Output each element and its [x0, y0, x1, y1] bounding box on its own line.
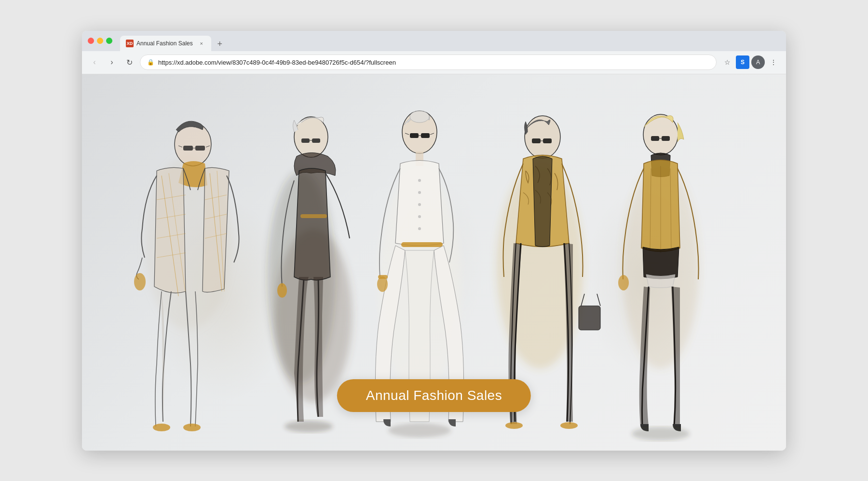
- svg-point-64: [632, 427, 690, 440]
- svg-rect-24: [301, 138, 310, 143]
- svg-point-28: [285, 421, 333, 432]
- address-actions: ☆ S A ⋮: [720, 55, 780, 69]
- minimize-button[interactable]: [97, 38, 103, 44]
- svg-rect-61: [662, 136, 670, 141]
- svg-point-27: [277, 283, 287, 298]
- svg-rect-55: [579, 306, 600, 330]
- extension-icon[interactable]: S: [736, 55, 749, 69]
- svg-point-32: [410, 111, 429, 123]
- profile-icon[interactable]: A: [751, 55, 765, 69]
- forward-button[interactable]: ›: [105, 55, 119, 69]
- svg-point-18: [134, 273, 146, 290]
- bookmark-icon[interactable]: ☆: [720, 55, 734, 69]
- svg-point-43: [418, 227, 421, 230]
- svg-point-46: [377, 276, 388, 292]
- browser-window: XD Annual Fashion Sales × + ‹ › ↻ 🔒 http…: [82, 31, 786, 451]
- svg-point-40: [418, 191, 421, 194]
- svg-line-57: [597, 294, 600, 306]
- traffic-lights: [88, 38, 112, 44]
- svg-rect-2: [183, 146, 193, 151]
- svg-point-49: [525, 116, 560, 158]
- tab-favicon: XD: [126, 40, 134, 47]
- svg-rect-33: [410, 133, 419, 138]
- svg-point-63: [618, 275, 629, 290]
- lock-icon: 🔒: [147, 59, 154, 66]
- new-tab-button[interactable]: +: [213, 38, 227, 51]
- svg-point-20: [183, 424, 201, 431]
- svg-point-41: [418, 203, 421, 206]
- address-field[interactable]: 🔒 https://xd.adobe.com/view/8307c489-0c4…: [140, 55, 717, 70]
- svg-point-19: [153, 424, 170, 431]
- cta-button[interactable]: Annual Fashion Sales: [337, 379, 531, 412]
- fashion-scene: Annual Fashion Sales: [82, 74, 786, 451]
- svg-rect-3: [195, 146, 205, 151]
- svg-rect-25: [312, 138, 320, 143]
- tabs-bar: XD Annual Fashion Sales × +: [120, 31, 780, 51]
- svg-point-53: [505, 422, 523, 429]
- close-button[interactable]: [88, 38, 94, 44]
- active-tab[interactable]: XD Annual Fashion Sales ×: [120, 36, 211, 51]
- svg-rect-50: [532, 138, 541, 143]
- back-button[interactable]: ‹: [88, 55, 101, 69]
- svg-point-42: [418, 215, 421, 218]
- svg-point-47: [388, 423, 451, 438]
- svg-rect-44: [401, 242, 443, 247]
- url-display: https://xd.adobe.com/view/8307c489-0c4f-…: [158, 59, 709, 66]
- tab-close-icon[interactable]: ×: [198, 40, 205, 47]
- svg-rect-60: [651, 136, 659, 141]
- menu-icon[interactable]: ⋮: [767, 55, 780, 69]
- svg-rect-51: [543, 138, 552, 143]
- tab-title: Annual Fashion Sales: [136, 40, 193, 47]
- svg-rect-34: [421, 133, 430, 138]
- reload-button[interactable]: ↻: [122, 55, 136, 69]
- svg-point-54: [560, 422, 578, 429]
- svg-point-39: [418, 179, 421, 182]
- title-bar: XD Annual Fashion Sales × +: [82, 31, 786, 51]
- address-bar-row: ‹ › ↻ 🔒 https://xd.adobe.com/view/8307c4…: [82, 51, 786, 74]
- page-content: Annual Fashion Sales: [82, 74, 786, 451]
- maximize-button[interactable]: [106, 38, 112, 44]
- svg-rect-29: [300, 214, 327, 218]
